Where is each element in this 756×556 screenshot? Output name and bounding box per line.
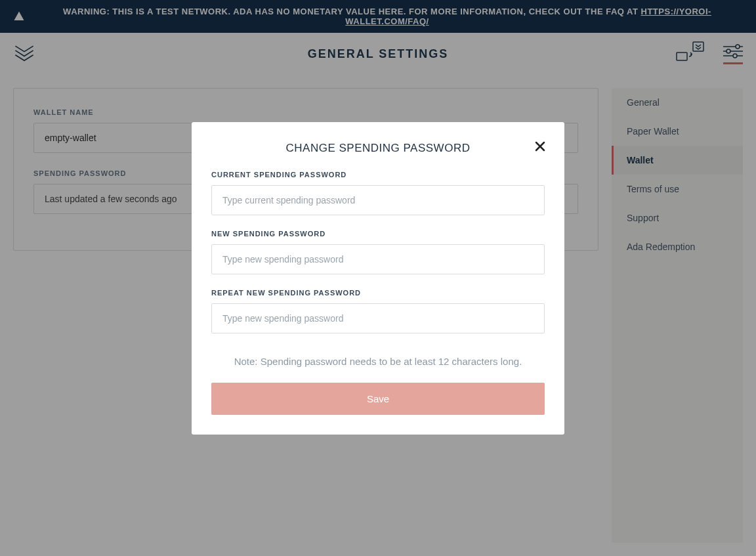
new-password-input[interactable] [211, 244, 545, 274]
current-password-label: CURRENT SPENDING PASSWORD [211, 171, 545, 179]
current-password-input[interactable] [211, 185, 545, 215]
modal-close-button[interactable] [534, 140, 546, 155]
save-button[interactable]: Save [211, 383, 545, 415]
repeat-password-label: REPEAT NEW SPENDING PASSWORD [211, 289, 545, 297]
new-password-label: NEW SPENDING PASSWORD [211, 230, 545, 238]
repeat-password-input[interactable] [211, 303, 545, 333]
close-icon [534, 140, 546, 152]
password-length-note: Note: Spending password needs to be at l… [211, 356, 545, 367]
modal-title: CHANGE SPENDING PASSWORD [211, 142, 545, 155]
change-password-modal: CHANGE SPENDING PASSWORD CURRENT SPENDIN… [192, 122, 564, 435]
